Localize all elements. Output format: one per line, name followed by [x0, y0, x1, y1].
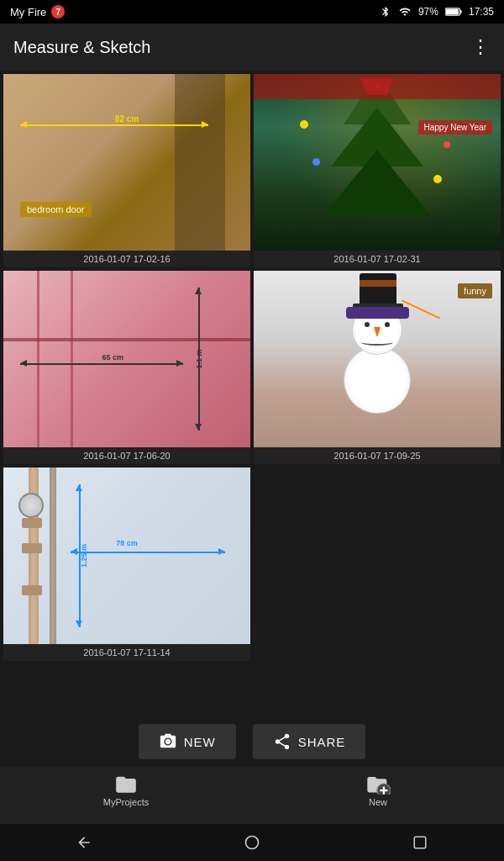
new-button[interactable]: NEW — [139, 724, 236, 759]
sketch-item-2[interactable]: ★ Happy New Year 2016-01-07 17-02-31 — [254, 74, 501, 267]
measurement-arrow-h5 — [71, 552, 225, 553]
sketch-item-1[interactable]: 82 cm bedroom door 2016-01-07 17-02-16 — [3, 74, 250, 267]
wifi-icon — [398, 6, 412, 18]
nav-item-new[interactable]: New — [252, 772, 504, 807]
share-icon — [273, 732, 291, 751]
timestamp-3: 2016-01-07 17-06-20 — [3, 447, 250, 464]
new-button-label: NEW — [184, 735, 216, 749]
snowman — [344, 304, 411, 414]
sketch-item-5[interactable]: 1.25 m 78 cm 2016-01-07 17-11-14 — [3, 467, 250, 661]
measurement-label-v3: 1.1 m — [194, 349, 202, 368]
notification-badge: 7 — [51, 5, 65, 18]
sketch-image-4: funny — [254, 271, 501, 447]
timestamp-2: 2016-01-07 17-02-31 — [254, 251, 501, 267]
timestamp-1: 2016-01-07 17-02-16 — [3, 251, 250, 267]
sketch-image-1: 82 cm bedroom door — [3, 74, 250, 251]
timestamp-5: 2016-01-07 17-11-14 — [3, 644, 250, 661]
measurement-label-h1: 82 cm — [115, 114, 139, 124]
new-folder-icon — [365, 772, 391, 795]
battery-label: 97% — [418, 6, 438, 18]
battery-icon — [445, 7, 462, 17]
svg-rect-7 — [414, 837, 426, 848]
recent-apps-button[interactable] — [403, 826, 437, 859]
android-nav — [0, 824, 504, 861]
measurement-label-v5: 1.25 m — [80, 544, 88, 568]
action-bar: NEW SHARE — [0, 716, 504, 767]
app-title: Measure & Sketch — [13, 38, 150, 57]
bluetooth-icon — [380, 6, 391, 18]
app-name-label: My Fire — [10, 6, 46, 18]
svg-point-6 — [246, 837, 259, 849]
sketch-image-2: ★ Happy New Year — [254, 74, 501, 251]
svg-rect-1 — [459, 10, 461, 13]
timestamp-4: 2016-01-07 17-09-25 — [254, 447, 501, 464]
more-options-icon[interactable]: ⋮ — [471, 36, 491, 58]
svg-rect-2 — [446, 9, 459, 15]
sketch-label-tag-1: bedroom door — [20, 202, 92, 217]
status-bar: My Fire 7 97% 17:35 — [0, 0, 504, 24]
home-button[interactable] — [235, 826, 269, 859]
camera-icon — [159, 732, 177, 751]
sketch-image-5: 1.25 m 78 cm — [3, 467, 250, 644]
bottom-nav: MyProjects New — [0, 767, 504, 824]
sketch-item-4[interactable]: funny 2016-01-07 17-09-25 — [254, 271, 501, 464]
sketch-image-3: 1.1 m 65 cm — [3, 271, 250, 447]
pressure-gauge — [18, 493, 44, 518]
sketch-label-tag-2: Happy New Year — [418, 120, 493, 135]
nav-item-myprojects[interactable]: MyProjects — [0, 772, 252, 807]
status-left: My Fire 7 — [10, 5, 65, 18]
scroll-area: 82 cm bedroom door 2016-01-07 17-02-16 — [0, 71, 504, 716]
new-label: New — [369, 797, 387, 807]
measurement-label-h5: 78 cm — [116, 539, 138, 547]
sketch-label-tag-4: funny — [458, 283, 492, 298]
share-button[interactable]: SHARE — [253, 724, 366, 759]
pipe-2 — [50, 467, 56, 644]
app-bar: Measure & Sketch ⋮ — [0, 24, 504, 71]
measurement-arrow-h1 — [20, 124, 208, 126]
sketch-item-3[interactable]: 1.1 m 65 cm 2016-01-07 17-06-20 — [3, 271, 250, 464]
back-button[interactable] — [67, 826, 101, 859]
measurement-arrow-h3 — [20, 363, 183, 365]
folder-icon — [113, 772, 139, 795]
measurement-label-h3: 65 cm — [102, 353, 124, 362]
myprojects-label: MyProjects — [103, 797, 149, 807]
time-label: 17:35 — [469, 6, 494, 18]
share-button-label: SHARE — [298, 735, 346, 749]
status-right: 97% 17:35 — [380, 6, 494, 18]
image-grid: 82 cm bedroom door 2016-01-07 17-02-16 — [0, 71, 504, 664]
